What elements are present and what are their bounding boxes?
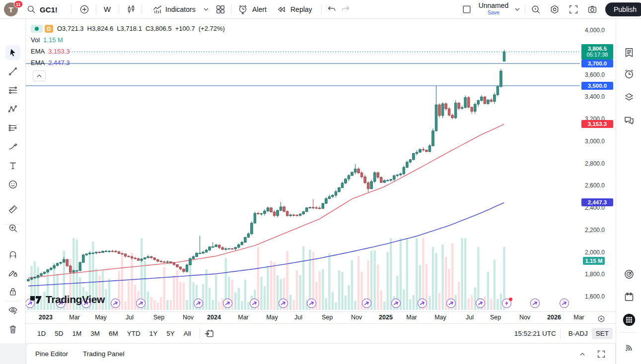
contract-rollover-marker[interactable]	[136, 299, 145, 308]
legend-ema2-row[interactable]: EMA 2,447.3	[31, 57, 225, 68]
chevron-down-icon[interactable]	[201, 4, 212, 15]
legend-volume-row[interactable]: Vol 1.15 M	[31, 34, 225, 46]
price-scale[interactable]: 4,000.03,600.03,400.03,200.03,000.02,800…	[580, 19, 616, 311]
toolbar-divider	[5, 301, 21, 302]
undo-icon[interactable]	[326, 4, 337, 15]
contract-rollover-marker[interactable]	[223, 299, 232, 308]
price-label[interactable]: 3,700.0	[581, 60, 613, 67]
adjustment-toggle[interactable]: B-ADJ	[565, 328, 592, 339]
contract-rollover-marker[interactable]	[362, 299, 371, 308]
alert-button[interactable]: Alert	[252, 5, 267, 13]
price-label[interactable]: 1.15 M	[583, 257, 605, 265]
sidebar-gauge-icon[interactable]	[622, 267, 637, 282]
tool-lock-all[interactable]	[5, 284, 20, 299]
compare-add-icon[interactable]	[79, 4, 90, 15]
layout-name[interactable]: Unnamed	[475, 1, 512, 9]
range-ytd[interactable]: YTD	[123, 328, 144, 339]
legend-symbol-row[interactable]: D O3,721.3 H3,824.6 L3,718.1 C3,806.5 +1…	[31, 23, 225, 34]
contract-rollover-marker[interactable]	[446, 299, 456, 308]
sidebar-alerts-clock-icon[interactable]	[622, 67, 637, 82]
sidebar-calendar-events-icon[interactable]	[622, 290, 637, 304]
replay-icon[interactable]	[276, 4, 287, 15]
next-contract-marker[interactable]	[502, 299, 511, 308]
tool-brush[interactable]	[5, 139, 20, 154]
tool-trash[interactable]	[5, 322, 20, 337]
search-icon[interactable]	[26, 4, 37, 15]
contract-rollover-marker[interactable]	[307, 299, 316, 308]
screenshot-camera-icon[interactable]	[587, 4, 598, 15]
alert-icon[interactable]	[237, 4, 248, 15]
indicators-icon[interactable]	[152, 4, 163, 15]
price-label[interactable]: 3,153.3	[581, 120, 613, 128]
time-label: Mar	[238, 314, 249, 321]
tool-fib-retracement[interactable]	[5, 83, 20, 98]
chevron-down-icon[interactable]	[512, 4, 523, 15]
sidebar-apps-grid-icon[interactable]	[622, 312, 637, 327]
tool-draw-lock[interactable]	[5, 265, 20, 280]
contract-rollover-marker[interactable]	[194, 299, 203, 308]
session-toggle[interactable]: SET	[592, 328, 613, 339]
range-1y[interactable]: 1Y	[145, 328, 162, 339]
price-label[interactable]: 2,447.3	[581, 198, 613, 206]
range-6m[interactable]: 6M	[105, 328, 122, 339]
price-label[interactable]: 3,500.0	[581, 82, 613, 90]
range-1d[interactable]: 1D	[33, 328, 50, 339]
trading-panel-tab[interactable]: Trading Panel	[83, 350, 125, 358]
layout-name-block[interactable]: Unnamed Save	[475, 1, 512, 15]
quick-search-icon[interactable]	[530, 4, 541, 15]
settings-gear-icon[interactable]	[549, 4, 560, 15]
fullscreen-icon[interactable]	[568, 4, 579, 15]
save-button[interactable]: Save	[475, 9, 512, 15]
contract-rollover-marker[interactable]	[476, 299, 485, 308]
clock-utc[interactable]: 15:52:21 UTC	[514, 330, 556, 337]
tool-ruler[interactable]	[5, 202, 20, 217]
indicators-button[interactable]: Indicators	[165, 5, 196, 13]
contract-rollover-marker[interactable]	[530, 299, 540, 308]
go-to-date-icon[interactable]	[204, 328, 215, 339]
chart-area[interactable]: D O3,721.3 H3,824.6 L3,718.1 C3,806.5 +1…	[26, 19, 580, 311]
publish-button[interactable]: Publish	[605, 2, 641, 16]
range-3m[interactable]: 3M	[86, 328, 104, 339]
range-all[interactable]: All	[180, 328, 195, 339]
contract-rollover-marker[interactable]	[250, 299, 259, 308]
contract-rollover-marker[interactable]	[279, 299, 288, 308]
range-5d[interactable]: 5D	[51, 328, 67, 339]
interval-button[interactable]: W	[102, 5, 112, 13]
tool-projection[interactable]	[5, 121, 20, 135]
chart-style-icon[interactable]	[126, 4, 137, 15]
sidebar-broadcast-icon[interactable]	[622, 340, 637, 355]
sidebar-chat-icon[interactable]	[622, 113, 637, 128]
tool-text-tool[interactable]	[5, 158, 20, 173]
sidebar-divider	[621, 332, 636, 333]
price-label[interactable]: 3,806.505:17:38	[581, 44, 613, 60]
symbol-search-button[interactable]: GC1!	[40, 5, 58, 14]
layout-icon[interactable]	[461, 4, 472, 15]
notification-badge: 11	[14, 0, 23, 8]
tool-magnet[interactable]	[5, 246, 20, 261]
tool-hide-drawings[interactable]	[5, 303, 20, 318]
range-5y[interactable]: 5Y	[162, 328, 179, 339]
time-axis[interactable]: 2023MarMayJulSepNov2024MarMayJulSepNov20…	[26, 311, 616, 323]
contract-rollover-marker[interactable]	[111, 299, 120, 308]
toolbar-divider	[119, 4, 119, 14]
contract-rollover-marker[interactable]	[391, 299, 401, 308]
range-1m[interactable]: 1M	[69, 328, 86, 339]
legend-ema1-row[interactable]: EMA 3,153.3	[31, 46, 225, 57]
redo-icon[interactable]	[340, 4, 351, 15]
replay-button[interactable]: Replay	[290, 5, 312, 13]
tool-emoji[interactable]	[5, 177, 20, 192]
sidebar-object-tree-icon[interactable]	[622, 90, 637, 105]
indicator-templates-icon[interactable]	[215, 4, 226, 15]
contract-rollover-marker[interactable]	[418, 299, 427, 308]
tool-zoom-in[interactable]	[5, 221, 20, 236]
contract-rollover-marker[interactable]	[560, 299, 569, 308]
tool-cursor[interactable]	[5, 45, 20, 60]
tool-trend-line[interactable]	[5, 64, 20, 79]
sidebar-watchlist-icon[interactable]	[622, 45, 637, 60]
panel-expand-chevron-icon[interactable]	[575, 347, 589, 361]
pine-editor-tab[interactable]: Pine Editor	[35, 350, 68, 358]
tradingview-logo[interactable]: TradingView	[30, 293, 105, 306]
tool-xabcd-pattern[interactable]	[5, 102, 20, 117]
legend-collapse-button[interactable]	[33, 70, 46, 81]
panel-maximize-icon[interactable]	[594, 347, 608, 361]
